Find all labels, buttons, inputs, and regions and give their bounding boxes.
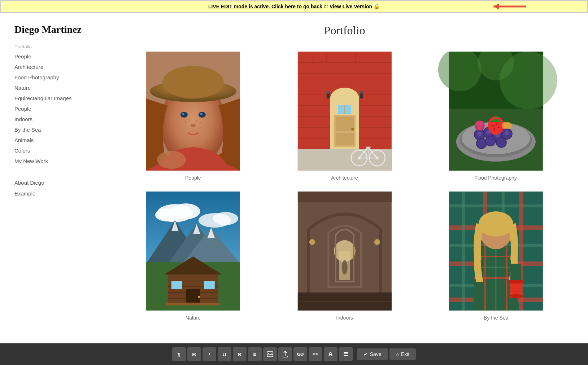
sidebar-item-people-1[interactable]: People: [14, 52, 86, 61]
toolbar-link-btn[interactable]: [293, 347, 307, 361]
portfolio-image-nature: [123, 192, 263, 311]
portfolio-item-architecture[interactable]: Architecture: [274, 52, 415, 181]
svg-marker-1: [493, 4, 499, 9]
arrow-indicator: [486, 1, 530, 12]
toolbar-image-btn[interactable]: [263, 347, 277, 361]
sidebar-item-example[interactable]: Example: [14, 188, 86, 199]
svg-point-13: [196, 120, 197, 122]
svg-point-5: [162, 66, 224, 98]
save-check-icon: ✔: [363, 351, 368, 357]
portfolio-image-indoors: [274, 192, 415, 311]
svg-rect-34: [335, 116, 353, 131]
go-back-link[interactable]: LIVE EDIT mode is active. Click here to …: [208, 4, 322, 9]
svg-rect-110: [171, 281, 182, 289]
svg-point-88: [477, 125, 482, 130]
sidebar-item-about-diego[interactable]: About Diego: [14, 177, 86, 188]
toolbar-save-btn[interactable]: ✔ Save: [357, 348, 388, 360]
sidebar-item-my-new-work[interactable]: My New Work: [14, 156, 86, 166]
svg-point-78: [497, 138, 506, 147]
svg-point-121: [309, 239, 315, 245]
exit-home-icon: ⌂: [396, 351, 399, 357]
svg-point-149: [509, 294, 523, 298]
sidebar-item-food-photography[interactable]: Food Photography: [14, 72, 86, 82]
svg-rect-148: [509, 280, 523, 283]
toolbar-text-color-btn[interactable]: A: [324, 347, 337, 361]
exit-label: Exit: [401, 351, 409, 357]
svg-point-11: [185, 121, 187, 123]
sidebar-item-colors[interactable]: Colors: [14, 146, 86, 155]
editor-toolbar: ¶ B I U S ≡ <> A ☰ ✔ Save ⌂ Exit: [0, 343, 588, 365]
svg-rect-111: [204, 281, 215, 289]
svg-rect-39: [297, 149, 391, 171]
svg-point-84: [502, 122, 512, 129]
svg-point-109: [198, 296, 200, 298]
portfolio-item-people[interactable]: People: [123, 52, 263, 181]
sidebar-item-equirectangular[interactable]: Equirectangular Images: [14, 93, 86, 103]
portfolio-item-nature[interactable]: Nature: [123, 192, 263, 321]
svg-point-38: [351, 128, 354, 131]
toolbar-strikethrough-btn[interactable]: S: [233, 347, 247, 361]
portfolio-caption-food: Food Photography: [475, 175, 517, 181]
svg-point-122: [374, 239, 380, 245]
main-content: Portfolio: [101, 13, 588, 346]
toolbar-exit-btn[interactable]: ⌂ Exit: [389, 348, 416, 360]
toolbar-align-btn[interactable]: ☰: [339, 347, 353, 361]
sidebar: Diego Martinez Portfolio People Architec…: [0, 13, 101, 346]
svg-point-83: [494, 128, 495, 130]
portfolio-caption-architecture: Architecture: [331, 175, 358, 181]
sidebar-item-nature[interactable]: Nature: [14, 83, 86, 93]
footer-nav: About Diego Example: [14, 177, 86, 199]
svg-rect-51: [360, 93, 362, 98]
portfolio-item-food[interactable]: Food Photography: [426, 52, 566, 181]
toolbar-underline-btn[interactable]: U: [218, 347, 231, 361]
svg-point-52: [359, 91, 363, 94]
toolbar-paragraph-btn[interactable]: ¶: [172, 347, 186, 361]
sidebar-item-animals[interactable]: Animals: [14, 135, 86, 145]
portfolio-nav-label: Portfolio: [14, 44, 86, 49]
svg-point-72: [505, 131, 509, 135]
svg-point-15: [157, 151, 186, 169]
svg-point-79: [488, 116, 504, 135]
svg-point-14: [200, 122, 201, 123]
toolbar-upload-btn[interactable]: [278, 347, 292, 361]
live-edit-banner: LIVE EDIT mode is active. Click here to …: [0, 0, 588, 13]
sidebar-nav: People Architecture Food Photography Nat…: [14, 52, 86, 167]
svg-rect-49: [326, 93, 329, 98]
portfolio-image-food: [426, 52, 566, 171]
sidebar-item-by-the-sea[interactable]: By the Sea: [14, 125, 86, 135]
view-live-link[interactable]: View Live Version: [330, 4, 372, 9]
svg-point-94: [213, 212, 238, 225]
svg-point-10: [191, 124, 196, 127]
toolbar-bold-btn[interactable]: B: [187, 347, 201, 361]
portfolio-caption-nature: Nature: [186, 315, 201, 321]
portfolio-caption-people: People: [185, 175, 201, 181]
svg-point-12: [189, 120, 190, 121]
portfolio-caption-sea: By the Sea: [484, 315, 509, 321]
svg-point-123: [341, 260, 347, 274]
svg-point-63: [478, 132, 482, 136]
svg-point-74: [477, 139, 486, 148]
svg-point-50: [326, 91, 330, 94]
toolbar-italic-btn[interactable]: I: [202, 347, 216, 361]
sidebar-item-architecture[interactable]: Architecture: [14, 62, 86, 72]
toolbar-code-btn[interactable]: <>: [309, 347, 322, 361]
portfolio-item-indoors[interactable]: Indoors: [274, 192, 415, 321]
toolbar-list-btn[interactable]: ≡: [248, 347, 262, 361]
lock-icon: 🔒: [374, 4, 380, 9]
sidebar-item-indoors[interactable]: Indoors: [14, 114, 86, 124]
portfolio-item-sea[interactable]: By the Sea: [426, 192, 566, 321]
portfolio-image-people: [123, 52, 263, 171]
svg-point-145: [479, 211, 513, 237]
svg-rect-35: [335, 133, 353, 145]
page-title: Portfolio: [123, 24, 566, 37]
svg-rect-120: [297, 192, 391, 202]
portfolio-caption-indoors: Indoors: [336, 315, 353, 321]
svg-point-9: [200, 113, 202, 115]
svg-point-76: [486, 136, 495, 146]
portfolio-image-sea: [426, 192, 566, 311]
svg-point-92: [155, 208, 180, 221]
svg-rect-112: [166, 303, 220, 305]
sidebar-item-people-2[interactable]: People: [14, 104, 86, 114]
portfolio-grid: People: [123, 52, 566, 321]
portfolio-image-architecture: [274, 52, 415, 171]
